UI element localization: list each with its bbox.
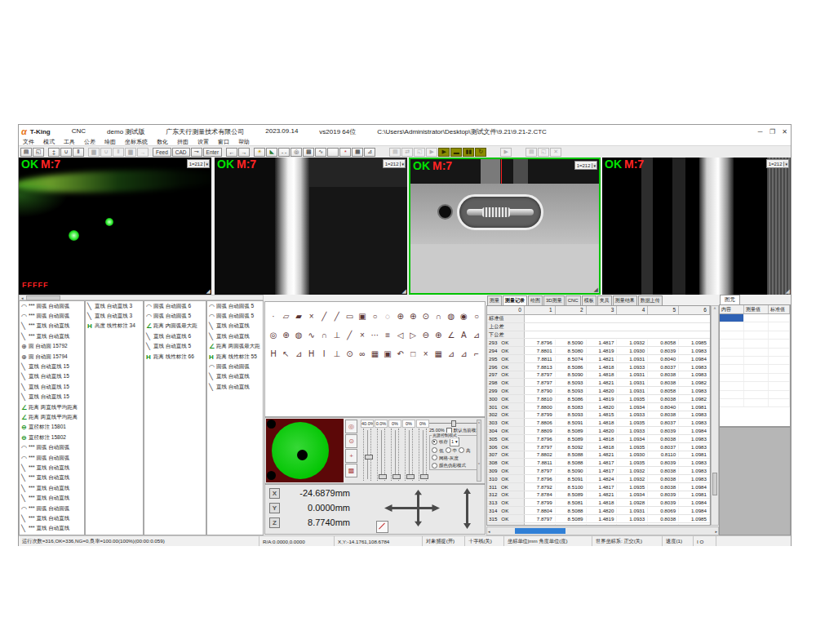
table-row[interactable]: 299OK7.87908.50931.48201.09310.80581.098…	[487, 387, 710, 395]
table-row[interactable]: 315OK7.87978.50891.48191.09330.80381.098…	[487, 515, 710, 523]
palette-tool-icon[interactable]: ◉	[458, 311, 469, 321]
measurement-list-3[interactable]: ◠圆弧 自动圆弧 6◠圆弧 自动圆弧 5∠距离 内圆弧最大距╲直线 自动直线 6…	[144, 300, 206, 535]
palette-tool-icon[interactable]: ◍	[293, 330, 304, 340]
table-row[interactable]: 295OK7.88118.50741.48211.09310.80401.098…	[487, 355, 710, 363]
list-item[interactable]: ╲直线 自动直线	[207, 382, 263, 392]
jog-z-arrows[interactable]	[463, 488, 471, 529]
toolbar-button[interactable]: Enter	[203, 148, 223, 157]
palette-tool-icon[interactable]: ×	[357, 330, 368, 340]
palette-tool-icon[interactable]: ⊙	[420, 311, 432, 321]
toolbar-button[interactable]: ▬	[450, 148, 462, 157]
palette-tool-icon[interactable]: ⊕	[432, 330, 444, 340]
list-item[interactable]: H距离 线性标注 55	[207, 352, 263, 362]
list-item[interactable]: ◠圆弧 自动圆弧 6	[144, 301, 206, 311]
level-radio[interactable]	[446, 447, 451, 453]
palette-tool-icon[interactable]: ⌐	[471, 349, 482, 358]
close-button[interactable]: ✕	[778, 128, 791, 135]
table-row[interactable]: 312OK7.87848.50891.48211.09340.80391.098…	[487, 491, 710, 500]
list-item[interactable]: ╲*** 直线 自动直线	[20, 513, 84, 523]
list-item[interactable]: ⊖直径标注 15801	[20, 423, 84, 433]
level-radio[interactable]	[459, 447, 464, 453]
table-row[interactable]: 310OK7.87968.50911.48241.09320.80381.098…	[487, 475, 710, 483]
table-row[interactable]: 306OK7.87978.50921.48181.09350.80371.098…	[487, 443, 710, 451]
camera-indicator-dropdown[interactable]: 1=212 ▾	[187, 159, 210, 168]
list-item[interactable]: ╲直线 自动直线	[207, 372, 263, 382]
light-slider[interactable]: 0.0%	[375, 420, 388, 481]
toolbar-button[interactable]	[327, 148, 339, 157]
list-item[interactable]: ╲直线 自动直线 15	[20, 362, 84, 371]
light-segment-button[interactable]: ⊙	[345, 434, 357, 448]
palette-tool-icon[interactable]: ╱	[318, 311, 330, 321]
palette-tool-icon[interactable]: ⊥	[331, 349, 343, 358]
tab-夹具[interactable]: 夹具	[597, 295, 612, 305]
tab-测量结果[interactable]: 测量结果	[613, 295, 637, 305]
list-item[interactable]: ╲*** 直线 自动直线	[20, 463, 84, 473]
palette-tool-icon[interactable]: ⊖	[420, 330, 432, 340]
table-row[interactable]: 298OK7.87978.50931.48211.09310.80381.098…	[487, 379, 710, 387]
list-item[interactable]: ⊖直径标注 15802	[20, 433, 84, 442]
toolbar-button[interactable]: CAD	[172, 148, 190, 157]
light-slider[interactable]: 0%	[416, 420, 429, 481]
resize-grip[interactable]: ◢	[786, 288, 790, 295]
palette-tool-icon[interactable]: ◍	[446, 311, 457, 321]
tab-测量[interactable]: 测量	[487, 295, 502, 305]
list-item[interactable]: ⊕圆 自动圆 15792	[20, 342, 84, 352]
table-row[interactable]: 下公差	[487, 331, 710, 340]
light-panel-scrollbar[interactable]: ˄˅	[477, 420, 481, 482]
list-item[interactable]: ╲直线 自动直线 15	[20, 393, 84, 402]
toolbar-button[interactable]: ∿	[315, 148, 326, 157]
palette-tool-icon[interactable]: ×	[420, 349, 432, 358]
element-row[interactable]	[720, 331, 790, 340]
list-item[interactable]: ╲*** 直线 自动直线	[20, 331, 84, 341]
element-row[interactable]	[720, 322, 790, 331]
menu-item-坐标系统[interactable]: 坐标系统	[125, 138, 148, 146]
palette-tool-icon[interactable]: ∞	[357, 349, 368, 358]
toolbar-button[interactable]: ↻	[475, 148, 486, 157]
list-item[interactable]: ∠距离 内圆弧最大距	[144, 322, 206, 331]
maximize-button[interactable]: ❐	[766, 128, 778, 135]
palette-tool-icon[interactable]: ▱	[281, 311, 292, 321]
palette-tool-icon[interactable]: ·	[268, 311, 279, 321]
palette-tool-icon[interactable]: ⊕	[407, 311, 419, 321]
palette-tool-icon[interactable]: ⊥	[331, 330, 343, 340]
element-row[interactable]	[720, 314, 790, 322]
diagonal-move-button[interactable]	[376, 521, 388, 533]
element-grid[interactable]: 内容测量值标准值	[719, 304, 791, 427]
palette-tool-icon[interactable]: A	[458, 330, 469, 340]
palette-tool-icon[interactable]: ╱	[344, 330, 355, 340]
toolbar-button[interactable]: →	[238, 148, 250, 157]
palette-tool-icon[interactable]: ∿	[306, 330, 317, 340]
table-row[interactable]: 314OK7.88048.50881.48201.09310.80691.098…	[487, 507, 710, 515]
tab-3D测量[interactable]: 3D测量	[543, 295, 565, 305]
palette-tool-icon[interactable]: □	[407, 349, 419, 358]
level-radio[interactable]	[432, 447, 437, 453]
element-row[interactable]	[720, 374, 790, 382]
toolbar-button[interactable]: ◣	[266, 148, 277, 157]
light-slider-thumb[interactable]	[365, 455, 373, 460]
palette-tool-icon[interactable]: ▦	[370, 349, 381, 358]
list-item[interactable]: ╲直线 自动直线 6	[144, 331, 206, 341]
table-row[interactable]: 304OK7.88098.50891.48201.09330.80391.098…	[487, 427, 710, 435]
light-slider-track[interactable]	[419, 429, 427, 481]
toolbar-button[interactable]: ⊿	[364, 148, 375, 157]
list-item[interactable]: ╲直线 自动直线 5	[144, 342, 206, 352]
light-segment-button[interactable]: +	[345, 449, 357, 463]
palette-tool-icon[interactable]: ╱	[331, 311, 343, 321]
toolbar-button[interactable]: - -	[278, 148, 290, 157]
list-item[interactable]: ∠距离 两直线平均距离	[20, 402, 84, 412]
palette-tool-icon[interactable]: ▦	[432, 349, 444, 358]
list-item[interactable]: ◠圆弧 自动圆弧	[207, 362, 263, 371]
tab-数据上传[interactable]: 数据上传	[638, 295, 663, 305]
table-row[interactable]: 300OK7.88108.50861.48191.09350.80381.098…	[487, 395, 710, 403]
measurement-list-4[interactable]: ◠圆弧 自动圆弧 5◠圆弧 自动圆弧 5╲直线 自动直线╲直线 自动直线∠距离 …	[206, 300, 264, 535]
element-row[interactable]	[720, 391, 790, 399]
menu-item-窗口[interactable]: 窗口	[218, 138, 229, 146]
table-row[interactable]: 上公差	[487, 323, 710, 331]
light-slider-track[interactable]	[391, 429, 399, 481]
list-item[interactable]: H高度 线性标注 34	[86, 322, 143, 331]
tab-模板[interactable]: 模板	[582, 295, 596, 305]
list-item[interactable]: ◠*** 圆弧 自动圆弧	[20, 504, 84, 513]
camera-indicator-dropdown[interactable]: 1=212 ▾	[383, 159, 406, 168]
toolbar-button[interactable]: ☀	[254, 148, 265, 157]
light-segment-button[interactable]: ▩	[345, 464, 357, 477]
